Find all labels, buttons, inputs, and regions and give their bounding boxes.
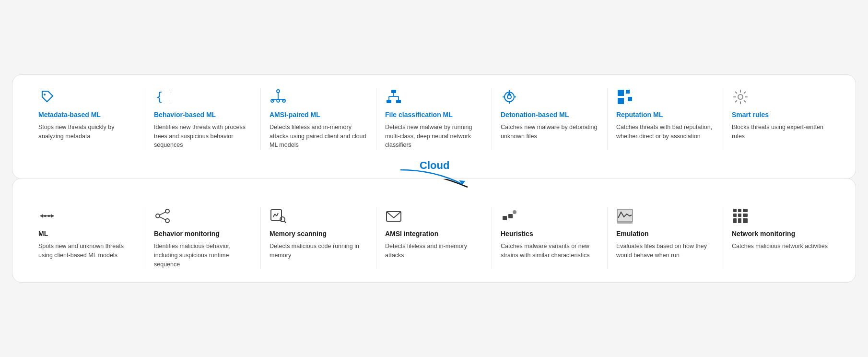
svg-point-39 <box>165 209 169 213</box>
behavior-ml-title: Behavior-based ML <box>154 110 252 119</box>
behavior-monitoring-title: Behavior monitoring <box>154 229 252 238</box>
envelope-icon <box>385 207 402 225</box>
gear-icon <box>732 88 749 106</box>
cloud-items-row: Metadata-based ML Stops new threats quic… <box>30 88 838 150</box>
item-amsi-ml: AMSI-paired ML Detects fileless and in-m… <box>261 88 376 150</box>
item-smart-rules: Smart rules Blocks threats using expert-… <box>723 88 838 150</box>
amsi-ml-title: AMSI-paired ML <box>270 110 367 119</box>
svg-line-43 <box>160 217 165 220</box>
cloud-label-area: Cloud <box>391 165 477 189</box>
svg-rect-51 <box>503 216 507 220</box>
metadata-ml-desc: Stops new threats quickly by analyzing m… <box>38 123 136 141</box>
svg-rect-57 <box>738 209 741 212</box>
svg-rect-59 <box>733 214 737 217</box>
crosshair-icon <box>501 88 518 106</box>
reputation-ml-title: Reputation ML <box>616 110 714 119</box>
smart-rules-title: Smart rules <box>732 110 830 119</box>
item-client-ml: ML Spots new and unknown threats using c… <box>30 207 145 269</box>
grid-tiles-icon <box>732 207 749 225</box>
svg-rect-12 <box>387 100 391 103</box>
svg-rect-26 <box>626 90 630 94</box>
svg-point-2 <box>277 90 280 93</box>
svg-rect-62 <box>733 218 737 223</box>
item-behavior-ml: { } Behavior-based ML Identifies new thr… <box>145 88 261 150</box>
item-emulation: Emulation Evaluates files based on how t… <box>608 207 723 269</box>
svg-rect-58 <box>743 209 748 212</box>
diagram-wrapper: Metadata-based ML Stops new threats quic… <box>12 74 856 283</box>
reputation-ml-desc: Catches threats with bad reputation, whe… <box>616 123 714 141</box>
memory-scanning-title: Memory scanning <box>270 229 367 238</box>
item-heuristics: Heuristics Catches malware variants or n… <box>492 207 608 269</box>
file-class-ml-title: File classification ML <box>385 110 483 119</box>
arrows-lr-icon <box>38 207 56 225</box>
svg-line-45 <box>273 214 275 217</box>
hierarchy-icon <box>385 88 402 106</box>
amsi-integration-desc: Detects fileless and in-memory attacks <box>385 242 483 260</box>
metadata-ml-title: Metadata-based ML <box>38 110 136 119</box>
detonation-ml-title: Detonation-based ML <box>501 110 598 119</box>
cloud-panel: Metadata-based ML Stops new threats quic… <box>12 74 856 179</box>
svg-rect-52 <box>508 214 513 218</box>
svg-point-53 <box>513 210 516 214</box>
svg-text:Cloud: Cloud <box>420 159 449 171</box>
svg-line-47 <box>277 213 278 216</box>
share-icon <box>154 207 171 225</box>
svg-rect-25 <box>618 90 624 96</box>
svg-rect-13 <box>396 100 401 103</box>
heuristics-title: Heuristics <box>501 229 598 238</box>
detonation-ml-desc: Catches new malware by detonating unknow… <box>501 123 598 141</box>
item-behavior-monitoring: Behavior monitoring Identifies malicious… <box>145 207 261 269</box>
amsi-ml-desc: Detects fileless and in-memory attacks u… <box>270 123 367 150</box>
svg-line-42 <box>160 212 165 215</box>
svg-rect-63 <box>738 218 741 223</box>
svg-line-49 <box>284 221 286 223</box>
svg-marker-36 <box>51 214 54 218</box>
memory-scanning-desc: Detects malicious code running in memory <box>270 242 367 260</box>
item-memory-scanning: Memory scanning Detects malicious code r… <box>261 207 376 269</box>
smart-rules-desc: Blocks threats using expert-written rule… <box>732 123 830 141</box>
item-metadata-ml: Metadata-based ML Stops new threats quic… <box>30 88 145 150</box>
item-detonation-ml: Detonation-based ML Catches new malware … <box>492 88 608 150</box>
network-monitoring-desc: Catches malicious network activities <box>732 242 830 251</box>
heuristics-desc: Catches malware variants or new strains … <box>501 242 598 260</box>
svg-rect-55 <box>617 222 633 224</box>
grid-squares-icon <box>616 88 633 106</box>
svg-marker-35 <box>40 214 43 218</box>
braces-icon: { } <box>154 88 171 106</box>
svg-point-19 <box>507 95 511 99</box>
emulation-title: Emulation <box>616 229 714 238</box>
amsi-integration-title: AMSI integration <box>385 229 483 238</box>
emulation-desc: Evaluates files based on how they would … <box>616 242 714 260</box>
svg-rect-64 <box>743 218 748 223</box>
svg-point-41 <box>165 219 169 223</box>
svg-point-29 <box>738 95 743 99</box>
svg-point-37 <box>44 215 46 217</box>
svg-rect-61 <box>743 214 748 217</box>
waveform-icon <box>616 207 633 225</box>
svg-rect-27 <box>618 98 624 104</box>
behavior-monitoring-desc: Identifies malicious behavior, including… <box>154 242 252 269</box>
chart-search-icon <box>270 207 287 225</box>
svg-point-38 <box>48 215 50 217</box>
item-file-class-ml: File classification ML Detects new malwa… <box>376 88 492 150</box>
item-reputation-ml: Reputation ML Catches threats with bad r… <box>608 88 723 150</box>
client-panel: Client ML Spots new and unknown threats … <box>12 178 856 283</box>
network-icon <box>270 88 287 106</box>
dots-grid-icon <box>501 207 518 225</box>
client-items-row: ML Spots new and unknown threats using c… <box>30 207 838 269</box>
client-ml-title: ML <box>38 229 136 238</box>
svg-text:{ }: { } <box>156 90 171 104</box>
network-monitoring-title: Network monitoring <box>732 229 830 238</box>
svg-rect-60 <box>738 214 741 217</box>
client-ml-desc: Spots new and unknown threats using clie… <box>38 242 136 260</box>
item-amsi-integration: AMSI integration Detects fileless and in… <box>376 207 492 269</box>
svg-rect-28 <box>628 97 632 101</box>
svg-point-40 <box>156 214 160 218</box>
svg-point-0 <box>44 94 46 95</box>
behavior-ml-desc: Identifies new threats with process tree… <box>154 123 252 150</box>
svg-rect-56 <box>733 209 737 212</box>
file-class-ml-desc: Detects new malware by running multi-cla… <box>385 123 483 150</box>
item-network-monitoring: Network monitoring Catches malicious net… <box>723 207 838 269</box>
svg-rect-11 <box>391 90 396 93</box>
tag-icon <box>38 88 56 106</box>
